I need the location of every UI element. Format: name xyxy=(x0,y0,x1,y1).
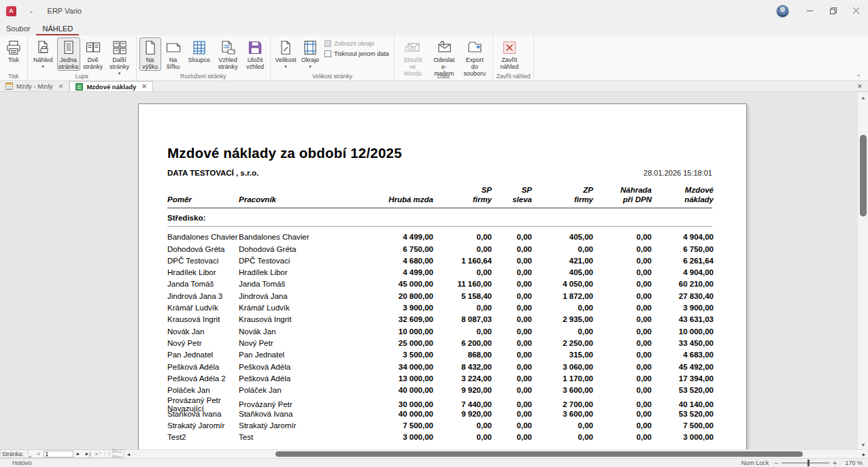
tab-mzdy-label: Mzdy - Mzdy xyxy=(16,82,53,90)
vertical-scrollbar[interactable]: ▲ ▼ xyxy=(857,93,868,449)
group-label-lupa: Lupa xyxy=(30,71,134,80)
tab-mzdove-naklady[interactable]: Mzdové náklady ✕ xyxy=(69,81,152,91)
column-header: ZPfirmy xyxy=(532,186,593,205)
export-do-souboru-button[interactable]: Export do souboru xyxy=(460,37,490,71)
sloupce-button[interactable]: Sloupce xyxy=(186,37,214,71)
tisknout-jenom-data-label: Tisknout jenom data xyxy=(334,50,389,57)
odeslat-emailem-button[interactable]: Odeslat e-mailem xyxy=(430,37,458,71)
first-page-icon[interactable]: |◄ xyxy=(26,449,33,459)
scroll-up-icon[interactable]: ▲ xyxy=(858,93,868,102)
column-header: SPfirmy xyxy=(433,186,492,205)
tab-close-icon[interactable]: ✕ xyxy=(59,83,64,90)
table-row: Pan JednatelPan Jednatel3 500,00868,000,… xyxy=(167,349,712,361)
menu-nahled[interactable]: NÁHLED xyxy=(36,23,79,35)
page-number-input[interactable] xyxy=(44,451,73,457)
nahled-button[interactable]: Náhled ▾ xyxy=(31,37,56,71)
cell-number: 1 170,00 xyxy=(532,374,593,383)
print-button[interactable]: Tisk xyxy=(3,37,24,71)
chevron-down-icon: ▾ xyxy=(309,64,312,69)
cell-number: 0,00 xyxy=(433,327,492,336)
jedna-stranka-label: Jedna stránka xyxy=(59,57,79,70)
menu-soubor[interactable]: Soubor xyxy=(0,23,36,35)
report-page: Mzdové náklady za období 12/2025 DATA TE… xyxy=(138,103,747,449)
cell-text: Staňková Ivana xyxy=(167,410,239,418)
cell-number: 2 935,00 xyxy=(532,315,593,323)
margins-icon xyxy=(302,39,318,56)
titlebar-dropdown-icon[interactable]: ⌄ xyxy=(29,7,34,14)
ribbon-group-rozlozeni: Na výšku Na šířku Sloupce xyxy=(137,35,271,80)
scroll-down-icon[interactable]: ▼ xyxy=(858,440,868,449)
status-text: Hotovo xyxy=(12,460,32,466)
jedna-stranka-button[interactable]: Jedna stránka xyxy=(57,37,80,71)
close-preview-icon xyxy=(501,39,518,56)
cell-number: 0,00 xyxy=(593,386,652,394)
minimize-button[interactable] xyxy=(799,0,822,22)
cell-number: 0,00 xyxy=(593,304,652,312)
cell-text: Strakatý Jaromír xyxy=(239,421,348,430)
ulozit-vzhled-button[interactable]: Uložit vzhled xyxy=(243,37,267,71)
tabbar-close-icon[interactable]: ✕ xyxy=(852,81,868,91)
zoom-in-button[interactable]: + xyxy=(833,460,837,467)
velikost-button[interactable]: Velikost ▾ xyxy=(273,37,298,71)
cell-number: 0,00 xyxy=(593,327,652,336)
close-button[interactable] xyxy=(845,0,868,22)
na-sirku-button[interactable]: Na šířku xyxy=(163,37,184,71)
app-window: A ⌄ ERP Vario Soubor NÁHLED xyxy=(0,0,868,467)
cell-number: 0,00 xyxy=(492,400,532,408)
cell-number: 2 700,00 xyxy=(532,400,593,408)
user-avatar[interactable] xyxy=(776,5,789,18)
cell-text: Janda Tomáš xyxy=(239,280,348,288)
ribbon-collapse-icon[interactable]: ⌄ xyxy=(856,71,861,78)
cell-number: 0,00 xyxy=(492,374,532,383)
tisknout-jenom-data-checkbox[interactable]: Tisknout jenom data xyxy=(324,50,389,57)
cell-number: 0,00 xyxy=(492,433,532,441)
table-row: Nový PetrNový Petr25 000,006 200,000,002… xyxy=(167,337,712,349)
page-size-icon xyxy=(278,39,294,56)
tab-close-icon[interactable]: ✕ xyxy=(141,83,147,90)
cell-text: Janda Tomáš xyxy=(167,280,239,288)
prev-page-icon[interactable]: ◄ xyxy=(35,451,42,456)
zoom-slider[interactable] xyxy=(782,462,829,464)
cell-text: Provázaný Petr xyxy=(239,400,348,408)
zoom-out-button[interactable]: − xyxy=(774,460,778,467)
ribbon-group-data: W Sloučit ve Wordu Odeslat e-mailem xyxy=(395,35,493,80)
cell-number: 11 160,00 xyxy=(433,280,492,288)
cell-text: Hradílek Libor xyxy=(239,268,348,276)
cell-number: 3 600,00 xyxy=(532,386,593,394)
bottom-band: Stránka: |◄ ◄ ► ►| ►* Bez filtru ◄ ► xyxy=(0,449,868,458)
dve-stranky-button[interactable]: Dvě stránky xyxy=(82,37,105,71)
okraje-button[interactable]: Okraje ▾ xyxy=(299,37,321,71)
cell-text: Jindrová Jana 3 xyxy=(167,292,239,300)
cell-number: 9 920,00 xyxy=(433,386,492,394)
cell-number: 6 750,00 xyxy=(652,245,714,253)
cell-text: Nový Petr xyxy=(239,339,348,347)
vertical-scroll-thumb[interactable] xyxy=(860,135,867,216)
minimize-icon xyxy=(807,7,814,14)
next-page-icon[interactable]: ► xyxy=(75,451,82,456)
last-page-icon[interactable]: ►| xyxy=(83,451,92,456)
na-sirku-label: Na šířku xyxy=(165,57,182,70)
cell-number: 0,00 xyxy=(593,292,652,300)
app-icon: A xyxy=(6,6,16,16)
print-preview-area[interactable]: Mzdové náklady za období 12/2025 DATA TE… xyxy=(0,93,868,449)
cell-text: Poláček Jan xyxy=(239,386,348,394)
cell-number: 0,00 xyxy=(433,233,492,241)
velikost-label: Velikost xyxy=(276,57,297,63)
sloucit-ve-wordu-button: W Sloučit ve Wordu xyxy=(397,37,429,71)
dalsi-stranky-button[interactable]: Další stránky ▾ xyxy=(106,37,133,71)
na-vysku-button[interactable]: Na výšku xyxy=(139,37,161,71)
cell-number: 27 830,40 xyxy=(652,292,714,300)
numlock-indicator: Num Lock xyxy=(741,460,769,466)
vzhled-stranky-button[interactable]: Vzhled stránky xyxy=(214,37,241,71)
cell-number: 10 000,00 xyxy=(652,327,714,336)
cell-number: 0,00 xyxy=(492,280,532,288)
restore-button[interactable] xyxy=(822,0,845,22)
zoom-slider-thumb[interactable] xyxy=(807,460,809,466)
table-row: Test2Test3 000,000,000,000,000,003 000,0… xyxy=(167,432,712,443)
tab-mzdy[interactable]: Mzdy - Mzdy ✕ xyxy=(0,81,69,91)
report-table-body: Bandalones ChavierBandalones Chavier4 49… xyxy=(167,231,712,443)
zavrit-nahled-button[interactable]: Zavřít náhled xyxy=(496,37,523,71)
horizontal-scroll-thumb[interactable] xyxy=(276,451,803,457)
horizontal-scrollbar[interactable]: ◄ ► xyxy=(124,449,868,458)
ribbon-group-lupa: Náhled ▾ Jedna stránka xyxy=(28,35,137,80)
